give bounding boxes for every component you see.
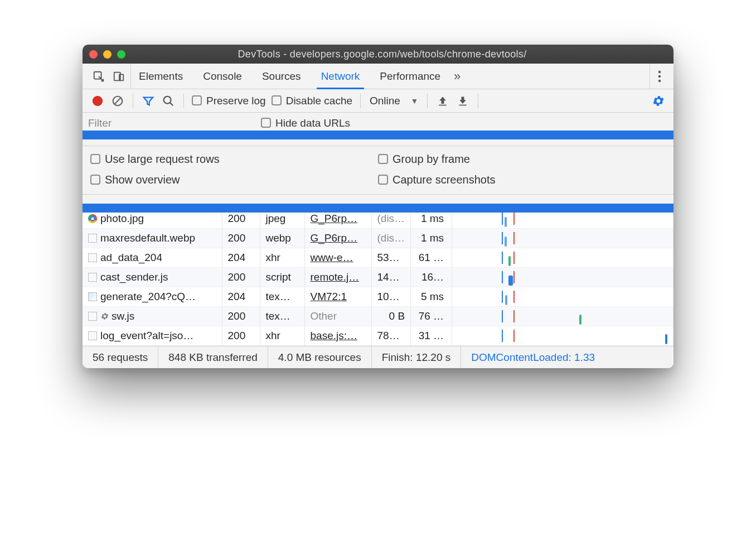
- throttling-dropdown[interactable]: Online ▼: [369, 95, 419, 107]
- request-size: 78…: [371, 326, 411, 346]
- doc-file-icon: [88, 273, 97, 282]
- request-status: 204: [222, 248, 260, 268]
- close-window-button[interactable]: [89, 50, 98, 59]
- filter-input[interactable]: Filter: [88, 117, 261, 129]
- status-domcontentloaded: DOMContentLoaded: 1.33: [461, 346, 605, 368]
- svg-line-7: [114, 97, 122, 104]
- preserve-log-checkbox[interactable]: Preserve log: [192, 94, 266, 107]
- tab-sources[interactable]: Sources: [260, 64, 303, 89]
- network-toolbar: Preserve log Disable cache Online ▼: [83, 89, 673, 113]
- svg-point-8: [164, 96, 171, 103]
- download-har-icon[interactable]: [455, 94, 470, 108]
- request-type: tex…: [260, 287, 304, 307]
- table-row[interactable]: cast_sender.js200scriptremote.j…14…16…: [83, 268, 673, 287]
- request-time: 16…: [411, 268, 452, 287]
- capture-screenshots-checkbox[interactable]: Capture screenshots: [378, 173, 666, 186]
- table-row[interactable]: ad_data_204204xhrwww-e…53…61 …: [83, 248, 673, 268]
- request-status: 200: [222, 209, 260, 229]
- request-size: 53…: [371, 248, 411, 268]
- request-initiator[interactable]: Other: [311, 310, 337, 322]
- window-title: DevTools - developers.google.com/web/too…: [98, 49, 667, 60]
- request-status: 200: [222, 307, 260, 326]
- request-initiator[interactable]: VM72:1: [311, 291, 347, 302]
- table-row[interactable]: sw.js200tex…Other0 B76 …: [83, 307, 673, 326]
- status-requests: 56 requests: [83, 346, 158, 368]
- request-time: 31 …: [411, 326, 452, 346]
- request-status: 200: [222, 326, 260, 346]
- request-type: script: [260, 268, 304, 287]
- use-large-rows-checkbox[interactable]: Use large request rows: [90, 153, 378, 166]
- chrome-icon: [88, 214, 97, 223]
- tab-console[interactable]: Console: [201, 64, 244, 89]
- svg-point-3: [658, 70, 661, 73]
- settings-gear-icon[interactable]: [651, 94, 666, 108]
- filter-bar: Filter Hide data URLs: [83, 113, 673, 134]
- svg-line-9: [170, 102, 173, 105]
- request-initiator[interactable]: remote.j…: [311, 271, 360, 283]
- doc-file-icon: [88, 234, 97, 243]
- upload-har-icon[interactable]: [435, 94, 450, 108]
- request-initiator[interactable]: base.js:…: [311, 330, 357, 341]
- waterfall-cell: [458, 330, 667, 342]
- request-time: 1 ms: [411, 229, 452, 248]
- waterfall-cell: [458, 310, 667, 322]
- network-requests-table: photo.jpg200jpegG_P6rp…(dis…1 ms maxresd…: [83, 209, 673, 346]
- waterfall-cell: [458, 271, 667, 283]
- svg-point-4: [658, 75, 661, 77]
- tab-performance[interactable]: Performance: [377, 64, 443, 89]
- devtools-menu-button[interactable]: [650, 64, 669, 89]
- preserve-log-label: Preserve log: [206, 95, 266, 107]
- request-name: sw.js: [112, 310, 134, 322]
- request-type: webp: [260, 229, 304, 248]
- doc-file-icon: [88, 331, 97, 340]
- disable-cache-checkbox[interactable]: Disable cache: [272, 94, 352, 107]
- doc-file-icon: [88, 253, 97, 262]
- request-type: xhr: [260, 326, 304, 346]
- request-status: 200: [222, 268, 260, 287]
- svg-rect-11: [459, 104, 467, 105]
- inspect-element-icon[interactable]: [91, 69, 106, 84]
- show-overview-checkbox[interactable]: Show overview: [90, 173, 378, 186]
- table-row[interactable]: photo.jpg200jpegG_P6rp…(dis…1 ms: [83, 209, 673, 229]
- table-row[interactable]: maxresdefault.webp200webpG_P6rp…(dis…1 m…: [83, 229, 673, 248]
- request-size: (dis…: [371, 209, 411, 229]
- tab-network[interactable]: Network: [319, 64, 362, 89]
- request-time: 5 ms: [411, 287, 452, 307]
- doc-file-icon: [88, 312, 97, 321]
- tab-elements[interactable]: Elements: [137, 64, 185, 89]
- waterfall-cell: [458, 252, 667, 264]
- request-name: ad_data_204: [100, 252, 162, 263]
- request-size: 14…: [371, 268, 411, 287]
- request-size: 10…: [371, 287, 411, 307]
- network-status-bar: 56 requests 848 KB transferred 4.0 MB re…: [83, 346, 673, 368]
- search-icon[interactable]: [161, 94, 176, 108]
- hide-data-urls-checkbox[interactable]: Hide data URLs: [261, 117, 350, 129]
- devtools-window: DevTools - developers.google.com/web/too…: [83, 45, 673, 368]
- more-tabs-button[interactable]: »: [454, 64, 461, 89]
- record-button[interactable]: [90, 94, 105, 108]
- request-name: maxresdefault.webp: [100, 232, 195, 244]
- chevron-down-icon: ▼: [411, 97, 419, 105]
- status-transferred: 848 KB transferred: [158, 346, 268, 368]
- devtools-tabstrip: ElementsConsoleSourcesNetworkPerformance…: [83, 64, 673, 89]
- table-row[interactable]: log_event?alt=jso…200xhrbase.js:…78…31 …: [83, 326, 673, 346]
- request-name: cast_sender.js: [100, 271, 168, 283]
- request-initiator[interactable]: www-e…: [311, 252, 353, 263]
- request-status: 200: [222, 229, 260, 248]
- request-initiator[interactable]: G_P6rp…: [311, 232, 357, 244]
- request-type: jpeg: [260, 209, 304, 229]
- throttling-value: Online: [370, 95, 400, 107]
- gear-icon: [100, 312, 109, 321]
- request-initiator[interactable]: G_P6rp…: [311, 213, 357, 224]
- clear-button[interactable]: [110, 94, 125, 108]
- request-type: xhr: [260, 248, 304, 268]
- table-row[interactable]: generate_204?cQ…204tex…VM72:110…5 ms: [83, 287, 673, 307]
- status-resources: 4.0 MB resources: [268, 346, 372, 368]
- request-name: log_event?alt=jso…: [100, 330, 193, 341]
- device-toolbar-icon[interactable]: [112, 69, 126, 84]
- disable-cache-label: Disable cache: [286, 95, 352, 107]
- group-by-frame-checkbox[interactable]: Group by frame: [378, 153, 666, 166]
- titlebar: DevTools - developers.google.com/web/too…: [83, 45, 673, 64]
- waterfall-cell: [458, 213, 667, 225]
- filter-icon[interactable]: [141, 94, 156, 108]
